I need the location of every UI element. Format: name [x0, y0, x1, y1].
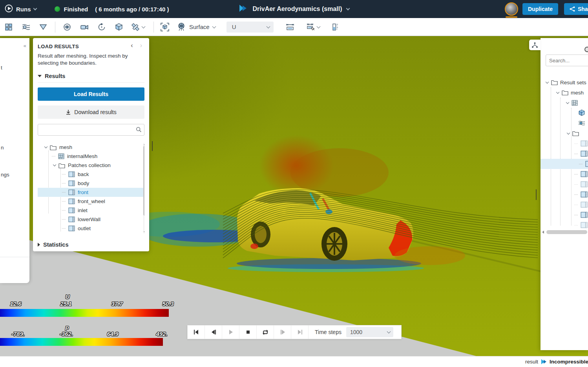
rail-item-fragment[interactable]: n [1, 145, 4, 151]
result-tree-item-result-sets[interactable]: Result sets [546, 77, 586, 87]
result-tree-patch-item[interactable] [574, 220, 588, 230]
tree-item-patch[interactable]: lowerWall [38, 215, 144, 224]
app-window: U 12.6 25.1 37.7 50.3 p -789. -362. 64.9… [0, 0, 588, 367]
legend-tick: 37.7 [111, 300, 122, 307]
scroll-down-arrow[interactable] [144, 231, 144, 233]
result-status-label: result [525, 359, 538, 365]
statistics-section-toggle[interactable]: Statistics [38, 242, 144, 251]
chevron-down-icon[interactable] [567, 131, 570, 134]
result-search-input[interactable] [546, 55, 588, 66]
tree-item-patch[interactable]: inlet [38, 206, 144, 215]
horizontal-scrollbar[interactable] [542, 229, 587, 235]
rail-item-fragment[interactable]: t [1, 65, 2, 71]
result-tree-patch-item[interactable] [574, 210, 588, 220]
chevron-down-icon [387, 330, 391, 334]
tree-item-patch[interactable]: back [38, 170, 144, 179]
scroll-up-arrow[interactable] [144, 144, 144, 145]
first-frame-button[interactable] [188, 325, 205, 339]
result-tree-item-patches-collection[interactable] [567, 128, 579, 138]
scrollbar-thumb[interactable] [143, 146, 144, 216]
run-status-meta: ( 6 months ago / 00:17:40 ) [95, 6, 169, 13]
play-button[interactable] [222, 325, 239, 339]
avatar[interactable] [505, 2, 518, 16]
tree-item-patches-collection[interactable]: Patches collection [38, 161, 144, 170]
tree-view-tab[interactable] [529, 40, 541, 50]
runs-dropdown[interactable]: Runs [16, 6, 37, 13]
rail-divider [0, 257, 29, 257]
filter-icon[interactable] [38, 22, 48, 32]
chevron-down-icon[interactable] [212, 24, 216, 28]
chevron-down-icon[interactable] [316, 24, 320, 28]
result-tree-patch-item[interactable] [574, 169, 588, 179]
patch-icon [581, 181, 588, 188]
runs-icon [5, 4, 13, 14]
caret-right-icon [38, 243, 40, 247]
result-tree-patch-item-selected[interactable] [541, 159, 588, 169]
stop-button[interactable] [239, 325, 257, 339]
panel-previous-button[interactable]: ‹ [131, 42, 133, 49]
fit-view-icon[interactable] [160, 22, 170, 32]
representation-label[interactable]: Surface [189, 24, 210, 30]
load-results-button[interactable]: Load Results [38, 87, 144, 101]
chevron-down-icon[interactable] [53, 163, 56, 166]
collapse-panel-button[interactable]: « [24, 43, 26, 49]
color-legend-icon[interactable] [330, 22, 340, 32]
tree-scrollbar[interactable] [143, 143, 144, 234]
tree-item-patch[interactable]: body [38, 179, 144, 188]
previous-frame-button[interactable] [205, 325, 222, 339]
search-icon [136, 127, 142, 134]
result-tree-item-internalmesh[interactable] [566, 98, 578, 108]
result-tree-item-mesh[interactable]: mesh [557, 87, 584, 98]
chevron-down-icon[interactable] [566, 100, 569, 104]
camera-icon[interactable] [80, 22, 89, 32]
orbit-view-icon[interactable] [62, 22, 72, 32]
result-tree-patch-item[interactable] [574, 138, 588, 149]
time-steps-select[interactable]: 1000 [346, 327, 393, 337]
tree-item-internalmesh[interactable]: internalMesh [38, 152, 144, 161]
duplicate-button[interactable]: Duplicate [522, 3, 558, 15]
tree-item-mesh[interactable]: mesh [38, 143, 144, 152]
rescale-data-range-icon[interactable] [285, 22, 295, 32]
legend-tick: -789. [11, 331, 25, 337]
legend-tick: 50.3 [162, 300, 173, 307]
scrollbar-thumb[interactable] [546, 230, 587, 234]
tree-item-patch[interactable]: front_wheel [38, 197, 144, 206]
streamline-visibility-icon[interactable] [21, 22, 31, 32]
result-tree-item-volume[interactable] [578, 108, 585, 118]
chevron-down-icon[interactable] [546, 80, 549, 83]
rail-item-fragment[interactable]: ngs [1, 172, 9, 178]
field-select-value: U [232, 24, 236, 30]
measurement-tools-icon[interactable] [131, 22, 140, 32]
panel-next-button[interactable]: › [140, 42, 142, 49]
last-frame-button[interactable] [291, 325, 309, 339]
chevron-down-icon[interactable] [44, 145, 47, 148]
panel-search-input[interactable] [38, 124, 144, 136]
chevron-down-icon[interactable] [142, 24, 146, 28]
chevron-down-icon[interactable] [556, 90, 559, 93]
next-frame-button[interactable] [274, 325, 291, 339]
download-results-button[interactable]: Download results [38, 105, 144, 119]
layout-grid-icon[interactable] [4, 22, 13, 32]
streamline-visibility-icon [578, 120, 585, 126]
result-tree-item-streamlines[interactable] [578, 118, 585, 128]
tree-item-patch-selected[interactable]: front [38, 188, 144, 197]
cube-icon[interactable] [114, 22, 124, 32]
scroll-left-arrow[interactable] [542, 231, 544, 234]
chevron-down-icon [266, 24, 270, 28]
share-button[interactable]: Share [564, 3, 588, 15]
rotate-view-icon[interactable] [97, 22, 106, 32]
loop-button[interactable] [257, 325, 274, 339]
result-tree-patch-item[interactable] [574, 149, 588, 159]
result-tree-patch-item[interactable] [574, 189, 588, 200]
result-tree-patch-item[interactable] [574, 200, 588, 210]
field-select[interactable]: U [226, 22, 274, 33]
chevron-down-icon[interactable] [346, 6, 350, 10]
panel-settings-icon[interactable] [584, 47, 588, 52]
result-tree-patch-item[interactable] [574, 179, 588, 189]
representation-surface-icon[interactable] [177, 22, 186, 32]
tree-item-patch[interactable]: outlet [38, 224, 144, 233]
tree-item-label: front [78, 189, 88, 195]
rescale-custom-range-icon[interactable] [306, 22, 315, 32]
results-section-toggle[interactable]: Results [38, 73, 144, 83]
patch-icon [68, 207, 75, 214]
